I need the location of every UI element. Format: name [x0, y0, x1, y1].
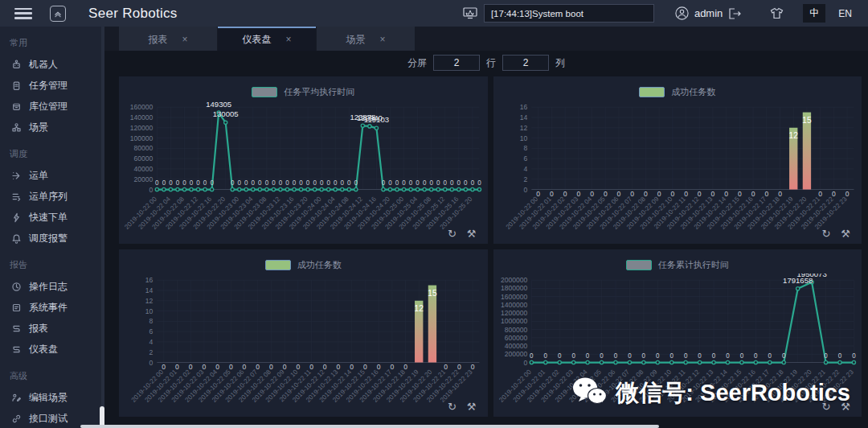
svg-text:0: 0 [576, 190, 580, 198]
sidebar-item-scene[interactable]: 场景 [0, 117, 104, 138]
sidebar-item-edit[interactable]: 编辑场景 [0, 387, 104, 408]
sidebar-item-quick[interactable]: 快速下单 [0, 207, 104, 228]
svg-text:0: 0 [600, 352, 604, 360]
legend-swatch-icon [252, 87, 277, 97]
svg-text:0: 0 [536, 190, 540, 198]
sidebar-item-label: 接口测试 [29, 412, 68, 426]
sidebar-item-event[interactable]: 系统事件 [0, 297, 104, 318]
chart-legend[interactable]: 任务平均执行时间 [119, 76, 488, 101]
sidebar-item-report[interactable]: 仪表盘 [0, 339, 104, 360]
svg-text:8: 8 [523, 144, 527, 152]
chart-legend[interactable]: 成功任务数 [493, 76, 862, 101]
lang-zh-button[interactable]: 中 [803, 4, 825, 23]
svg-text:1950073: 1950073 [796, 274, 826, 278]
svg-text:0: 0 [641, 352, 645, 360]
svg-text:0: 0 [416, 179, 420, 187]
tools-icon[interactable]: ⚒ [467, 401, 477, 413]
refresh-icon[interactable]: ↻ [448, 228, 457, 240]
svg-text:0: 0 [543, 352, 547, 360]
tab-close-icon[interactable]: × [285, 34, 291, 45]
chart-legend[interactable]: 任务累计执行时间 [493, 249, 862, 274]
tab-仪表盘[interactable]: 仪表盘× [218, 27, 316, 51]
split-rows-input[interactable] [433, 55, 480, 71]
horizontal-scrollbar[interactable] [80, 425, 659, 428]
link-icon [11, 414, 22, 424]
refresh-icon[interactable]: ↻ [448, 401, 457, 413]
svg-text:0: 0 [334, 179, 338, 187]
tools-icon[interactable]: ⚒ [467, 228, 477, 240]
sidebar-item-label: 系统事件 [29, 301, 68, 315]
svg-text:12: 12 [519, 124, 527, 132]
sidebar-item-alarm[interactable]: 调度报警 [0, 228, 104, 249]
svg-text:0: 0 [450, 179, 454, 187]
svg-text:0: 0 [388, 179, 392, 187]
svg-text:120000: 120000 [130, 124, 154, 132]
svg-text:2: 2 [149, 348, 154, 356]
svg-text:0: 0 [203, 179, 207, 187]
chart-plot-line: 0200004000060000800001000001200001400001… [119, 101, 488, 242]
theme-skin-icon[interactable] [770, 7, 784, 19]
svg-text:2: 2 [523, 175, 527, 183]
logout-icon[interactable] [728, 8, 741, 19]
lang-en-button[interactable]: EN [833, 6, 857, 22]
svg-text:0: 0 [341, 179, 345, 187]
refresh-icon[interactable]: ↻ [821, 228, 830, 240]
legend-label: 成功任务数 [671, 86, 715, 98]
svg-text:0: 0 [283, 363, 287, 371]
watermark-text: 微信号: SeerRobotics [616, 377, 850, 409]
svg-text:0: 0 [684, 190, 688, 198]
svg-text:0: 0 [571, 352, 575, 360]
sidebar-item-sequence[interactable]: 运单序列 [0, 186, 104, 207]
svg-text:0: 0 [824, 352, 828, 360]
chart-legend[interactable]: 成功任务数 [119, 249, 488, 274]
svg-text:0: 0 [326, 179, 330, 187]
svg-text:800000: 800000 [504, 326, 527, 334]
svg-text:0: 0 [457, 179, 461, 187]
chart-panel-1: 任务平均执行时间02000040000600008000010000012000… [119, 76, 488, 244]
svg-text:0: 0 [162, 179, 166, 187]
sequence-icon [11, 191, 22, 202]
svg-text:16: 16 [519, 103, 527, 111]
system-log-icon[interactable] [463, 7, 477, 19]
split-cols-input[interactable] [502, 55, 549, 71]
svg-text:0: 0 [831, 190, 835, 198]
tab-close-icon[interactable]: × [379, 34, 385, 45]
svg-text:12: 12 [145, 297, 154, 305]
sidebar-item-order[interactable]: 运单 [0, 165, 104, 186]
sidebar-item-robot[interactable]: 机器人 [0, 54, 104, 75]
sidebar-item-log[interactable]: 操作日志 [0, 276, 104, 297]
svg-text:0: 0 [523, 359, 527, 367]
sidebar-item-clipboard[interactable]: 任务管理 [0, 75, 104, 96]
quick-icon [11, 212, 22, 223]
sidebar-item-report[interactable]: 报表 [0, 318, 104, 339]
tools-icon[interactable]: ⚒ [841, 228, 850, 240]
tab-场景[interactable]: 场景× [317, 27, 415, 51]
svg-text:0: 0 [657, 190, 661, 198]
sidebar-item-label: 机器人 [29, 58, 58, 72]
sidebar-item-label: 调度报警 [29, 232, 68, 245]
sidebar-item-label: 报表 [29, 322, 48, 335]
collapse-all-icon[interactable] [50, 6, 66, 22]
log-icon [11, 282, 22, 292]
menu-icon[interactable] [14, 8, 32, 19]
sidebar-nav: 常用机器人任务管理库位管理场景调度运单运单序列快速下单调度报警报告操作日志系统事… [0, 27, 104, 428]
sidebar-item-archive[interactable]: 库位管理 [0, 96, 104, 117]
system-status-input[interactable] [484, 4, 654, 23]
svg-text:0: 0 [162, 363, 166, 371]
svg-text:0: 0 [698, 352, 702, 360]
svg-text:0: 0 [390, 363, 394, 371]
legend-swatch-icon [639, 87, 665, 97]
svg-text:0: 0 [382, 179, 386, 187]
svg-text:0: 0 [337, 363, 341, 371]
svg-text:0: 0 [182, 179, 186, 187]
legend-swatch-icon [265, 260, 291, 270]
tab-报表[interactable]: 报表× [119, 27, 217, 51]
user-avatar-icon[interactable] [675, 6, 689, 20]
sidebar-item-label: 快速下单 [29, 211, 68, 224]
svg-text:200000: 200000 [504, 350, 527, 358]
svg-text:0: 0 [265, 179, 269, 187]
svg-text:0: 0 [320, 179, 324, 187]
clipboard-icon [11, 80, 22, 91]
svg-text:0: 0 [818, 190, 822, 198]
tab-close-icon[interactable]: × [182, 34, 187, 45]
